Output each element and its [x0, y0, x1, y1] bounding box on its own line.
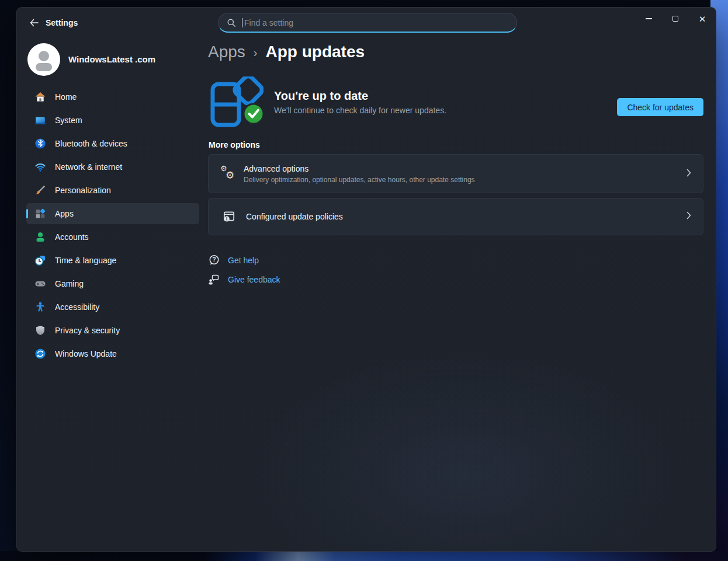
sidebar-item-label: Time & language — [55, 256, 116, 265]
more-options-heading: More options — [209, 140, 260, 149]
accounts-person-icon — [34, 231, 46, 243]
system-icon — [34, 114, 46, 126]
sidebar-item-accessibility[interactable]: Accessibility — [26, 297, 199, 318]
time-language-clock-icon — [34, 255, 46, 266]
sidebar-item-time-language[interactable]: Time & language — [26, 250, 199, 271]
windows-update-icon — [34, 348, 46, 360]
back-button[interactable] — [24, 15, 44, 31]
sidebar-item-label: System — [55, 116, 82, 125]
sidebar-item-accounts[interactable]: Accounts — [26, 227, 199, 248]
give-feedback-icon — [207, 273, 220, 286]
avatar — [27, 43, 60, 76]
sidebar-item-personalization[interactable]: Personalization — [26, 180, 199, 201]
sidebar-item-label: Gaming — [55, 279, 84, 288]
sidebar-item-label: Personalization — [55, 186, 111, 195]
card-subtitle: Delivery optimization, optional updates,… — [244, 176, 475, 184]
advanced-options-gears-icon: ⚙⚙ — [220, 166, 235, 182]
sidebar-item-windows-update[interactable]: Windows Update — [26, 343, 199, 364]
link-label: Get help — [228, 256, 259, 265]
advanced-options-card[interactable]: ⚙⚙ Advanced options Delivery optimizatio… — [208, 154, 703, 193]
card-title: Advanced options — [244, 164, 475, 173]
main-content: Apps › App updates You're up to date We — [208, 8, 703, 551]
sidebar-item-label: Windows Update — [55, 349, 117, 358]
accessibility-person-icon — [34, 301, 46, 313]
sidebar-item-label: Accounts — [55, 232, 89, 242]
sidebar: WindowsLatest .com Home — [26, 43, 199, 364]
settings-window: Settings Find a setting ✕ — [16, 7, 716, 552]
app-updates-check-icon — [210, 76, 264, 128]
privacy-shield-icon — [34, 325, 46, 336]
configured-update-policies-card[interactable]: Configured update policies — [208, 198, 703, 235]
person-icon — [27, 43, 60, 76]
sidebar-item-label: Privacy & security — [55, 326, 120, 335]
sidebar-item-system[interactable]: System — [26, 110, 199, 131]
wallpaper-bottom-band — [0, 551, 728, 561]
sidebar-item-label: Accessibility — [55, 302, 99, 312]
profile-name: WindowsLatest .com — [68, 54, 155, 64]
update-status-banner: You're up to date We'll continue to chec… — [210, 75, 703, 129]
get-help-link[interactable]: ? Get help — [207, 254, 259, 267]
check-for-updates-button[interactable]: Check for updates — [617, 98, 703, 116]
bluetooth-icon — [34, 138, 46, 149]
network-wifi-icon — [34, 161, 46, 173]
back-arrow-icon — [29, 18, 39, 27]
chevron-right-icon — [687, 169, 691, 179]
chevron-right-icon — [687, 211, 691, 222]
sidebar-item-label: Home — [55, 92, 77, 102]
svg-text:?: ? — [212, 256, 216, 263]
apps-icon — [34, 208, 46, 219]
status-subtitle: We'll continue to check daily for newer … — [274, 106, 446, 115]
breadcrumb-chevron-icon: › — [254, 46, 258, 60]
update-policies-icon — [220, 210, 238, 224]
sidebar-item-label: Bluetooth & devices — [55, 139, 127, 148]
home-icon — [34, 91, 46, 103]
status-title: You're up to date — [274, 89, 446, 103]
breadcrumb: Apps › App updates — [208, 43, 365, 61]
app-title: Settings — [46, 18, 78, 27]
page-title: App updates — [266, 43, 365, 61]
sidebar-item-label: Apps — [55, 209, 74, 218]
sidebar-item-gaming[interactable]: Gaming — [26, 273, 199, 294]
desktop-wallpaper: Settings Find a setting ✕ — [0, 0, 728, 561]
link-label: Give feedback — [228, 275, 280, 284]
get-help-icon: ? — [207, 254, 220, 267]
sidebar-item-apps[interactable]: Apps — [26, 203, 199, 224]
breadcrumb-parent[interactable]: Apps — [208, 43, 245, 61]
sidebar-item-privacy-security[interactable]: Privacy & security — [26, 320, 199, 341]
sidebar-nav: Home System — [26, 86, 199, 364]
gaming-controller-icon — [34, 278, 46, 290]
sidebar-item-network[interactable]: Network & internet — [26, 156, 199, 177]
card-title: Configured update policies — [246, 212, 343, 221]
profile-row[interactable]: WindowsLatest .com — [26, 43, 199, 76]
sidebar-item-bluetooth[interactable]: Bluetooth & devices — [26, 133, 199, 154]
sidebar-item-label: Network & internet — [55, 162, 122, 172]
personalization-brush-icon — [34, 184, 46, 196]
give-feedback-link[interactable]: Give feedback — [207, 273, 280, 286]
sidebar-item-home[interactable]: Home — [26, 86, 199, 107]
